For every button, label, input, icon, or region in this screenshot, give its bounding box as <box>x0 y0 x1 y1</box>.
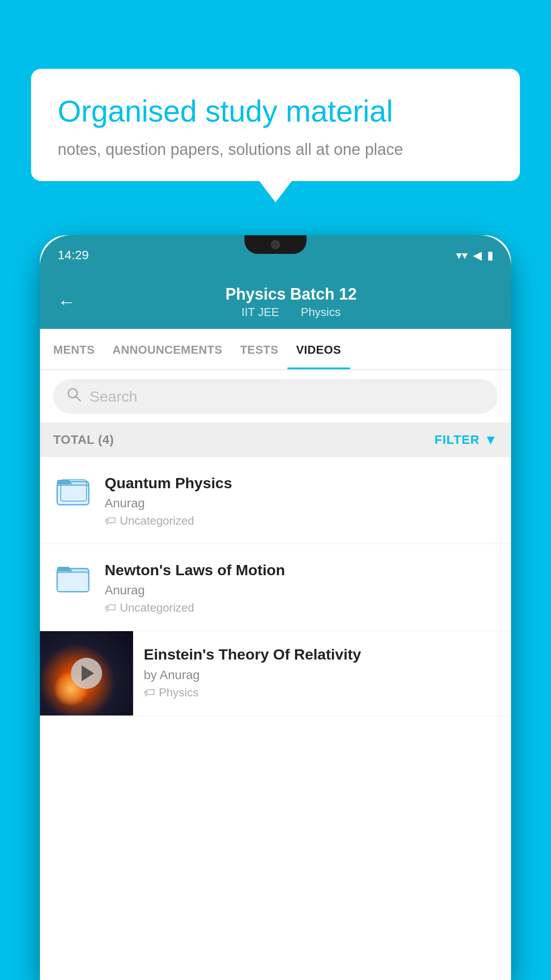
video-tag: 🏷 Physics <box>144 686 500 699</box>
video-title: Einstein's Theory Of Relativity <box>144 644 500 664</box>
list-item[interactable]: Newton's Laws of Motion Anurag 🏷 Uncateg… <box>40 544 511 631</box>
tag-icon: 🏷 <box>105 514 116 528</box>
folder-icon <box>56 476 90 510</box>
tag-label: Physics <box>159 686 199 699</box>
search-bar-container: Search <box>40 370 511 423</box>
video-list: Quantum Physics Anurag 🏷 Uncategorized <box>40 457 511 716</box>
notch <box>244 235 307 254</box>
phone-screen: 14:29 ▾▾ ◀ ▮ ← Physics Batch 12 IIT JEE <box>40 235 511 716</box>
status-time: 14:29 <box>58 248 89 262</box>
folder-icon-wrap <box>53 560 92 599</box>
battery-icon: ▮ <box>487 249 493 262</box>
svg-rect-6 <box>57 572 89 592</box>
tag-label: Uncategorized <box>120 514 194 528</box>
header-title: Physics Batch 12 <box>89 285 493 304</box>
tabs-bar: MENTS ANNOUNCEMENTS TESTS VIDEOS <box>40 329 511 370</box>
header-subtitle-course: IIT JEE <box>241 305 279 319</box>
wifi-icon: ▾▾ <box>456 249 468 262</box>
speech-bubble-container: Organised study material notes, question… <box>31 69 520 181</box>
svg-rect-3 <box>57 485 89 505</box>
play-button[interactable] <box>71 658 102 689</box>
tab-announcements[interactable]: ANNOUNCEMENTS <box>104 329 232 369</box>
tag-label: Uncategorized <box>120 601 194 615</box>
list-item[interactable]: Quantum Physics Anurag 🏷 Uncategorized <box>40 457 511 544</box>
filter-label: FILTER <box>434 433 480 447</box>
folder-icon <box>56 563 90 597</box>
folder-icon-wrap <box>53 473 92 512</box>
status-bar: 14:29 ▾▾ ◀ ▮ <box>40 235 511 275</box>
camera-dot <box>271 240 280 249</box>
list-item[interactable]: Einstein's Theory Of Relativity by Anura… <box>40 631 511 716</box>
header-subtitle-subject: Physics <box>301 305 341 319</box>
speech-bubble: Organised study material notes, question… <box>31 69 520 181</box>
search-icon <box>67 387 82 406</box>
video-author: Anurag <box>105 583 498 597</box>
status-icons: ▾▾ ◀ ▮ <box>456 249 493 262</box>
filter-button[interactable]: FILTER ▼ <box>434 432 498 447</box>
video-author: Anurag <box>105 496 498 510</box>
video-tag: 🏷 Uncategorized <box>105 514 498 528</box>
video-info: Quantum Physics Anurag 🏷 Uncategorized <box>105 473 498 528</box>
tab-videos[interactable]: VIDEOS <box>287 329 350 369</box>
video-info: Einstein's Theory Of Relativity by Anura… <box>133 631 511 712</box>
video-title: Newton's Laws of Motion <box>105 560 498 580</box>
tag-icon: 🏷 <box>105 601 116 615</box>
phone-inner: 14:29 ▾▾ ◀ ▮ ← Physics Batch 12 IIT JEE <box>40 235 511 980</box>
back-button[interactable]: ← <box>58 292 75 312</box>
speech-bubble-headline: Organised study material <box>58 93 493 130</box>
phone-frame: 14:29 ▾▾ ◀ ▮ ← Physics Batch 12 IIT JEE <box>40 235 511 980</box>
search-placeholder: Search <box>90 388 138 405</box>
play-icon <box>82 665 94 681</box>
header-title-area: Physics Batch 12 IIT JEE Physics <box>89 285 493 319</box>
app-header: ← Physics Batch 12 IIT JEE Physics <box>40 275 511 329</box>
video-tag: 🏷 Uncategorized <box>105 601 498 615</box>
video-thumbnail <box>40 631 133 715</box>
total-count-label: TOTAL (4) <box>53 433 114 447</box>
tab-tests[interactable]: TESTS <box>231 329 287 369</box>
tab-ments[interactable]: MENTS <box>44 329 104 369</box>
header-subtitle: IIT JEE Physics <box>89 305 493 319</box>
tag-icon: 🏷 <box>144 686 155 699</box>
filter-bar: TOTAL (4) FILTER ▼ <box>40 423 511 457</box>
speech-bubble-subtext: notes, question papers, solutions all at… <box>58 140 493 159</box>
video-author: by Anurag <box>144 668 500 682</box>
video-info: Newton's Laws of Motion Anurag 🏷 Uncateg… <box>105 560 498 615</box>
signal-icon: ◀ <box>473 249 482 262</box>
search-bar[interactable]: Search <box>53 379 498 414</box>
svg-line-1 <box>76 396 80 401</box>
filter-funnel-icon: ▼ <box>484 432 498 447</box>
video-title: Quantum Physics <box>105 473 498 493</box>
